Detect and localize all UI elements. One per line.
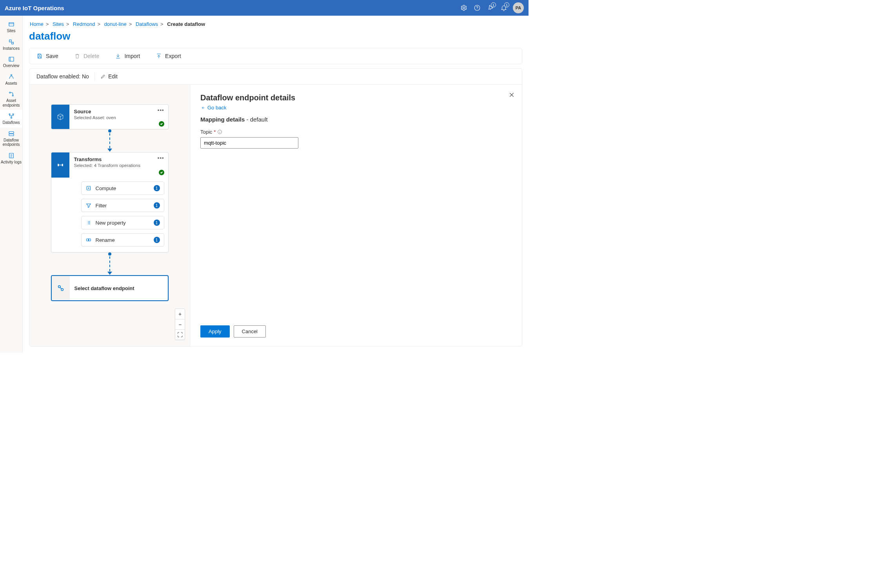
import-icon bbox=[115, 53, 121, 59]
svg-rect-4 bbox=[9, 40, 11, 42]
breadcrumb-donut-line[interactable]: donut-line bbox=[104, 21, 127, 27]
sidebar-item-label: Activity logs bbox=[1, 160, 22, 165]
zoom-out-button[interactable]: − bbox=[175, 319, 185, 329]
op-rename[interactable]: Rename 1 bbox=[81, 233, 164, 247]
op-new-property[interactable]: New property 1 bbox=[81, 216, 164, 229]
settings-icon[interactable] bbox=[457, 1, 470, 15]
notifications-badge: 1 bbox=[504, 2, 509, 7]
sidebar-item-overview[interactable]: Overview bbox=[0, 53, 22, 71]
svg-point-2 bbox=[477, 9, 478, 9]
details-panel: Dataflow endpoint details Go back Mappin… bbox=[190, 85, 522, 346]
compute-icon bbox=[85, 185, 92, 191]
op-label: Compute bbox=[96, 185, 150, 191]
export-label: Export bbox=[165, 53, 181, 59]
edit-label: Edit bbox=[108, 73, 118, 80]
left-sidebar: Sites Instances Overview Assets Asset en… bbox=[0, 16, 23, 353]
select-endpoint-node[interactable]: Select dataflow endpoint bbox=[51, 275, 169, 301]
notifications-icon[interactable]: 1 bbox=[497, 1, 510, 15]
help-icon[interactable] bbox=[470, 1, 484, 15]
main-content: Home> Sites> Redmond> donut-line> Datafl… bbox=[23, 16, 529, 353]
details-title: Dataflow endpoint details bbox=[200, 93, 512, 102]
transforms-node[interactable]: Transforms Selected: 4 Transform operati… bbox=[51, 152, 169, 252]
sidebar-item-sites[interactable]: Sites bbox=[0, 18, 22, 36]
breadcrumb-dataflows[interactable]: Dataflows bbox=[136, 21, 158, 27]
op-filter[interactable]: Filter 1 bbox=[81, 199, 164, 212]
save-button[interactable]: Save bbox=[34, 51, 61, 61]
content-card: Dataflow enabled: No Edit bbox=[29, 68, 522, 347]
app-title: Azure IoT Operations bbox=[5, 5, 64, 11]
svg-rect-5 bbox=[11, 42, 13, 44]
avatar[interactable]: PA bbox=[513, 2, 524, 13]
arrow-left-icon bbox=[200, 105, 205, 110]
check-icon bbox=[159, 121, 164, 127]
breadcrumb: Home> Sites> Redmond> donut-line> Datafl… bbox=[29, 16, 522, 30]
sidebar-item-instances[interactable]: Instances bbox=[0, 36, 22, 53]
breadcrumb-sites[interactable]: Sites bbox=[53, 21, 64, 27]
close-button[interactable] bbox=[509, 92, 515, 99]
svg-point-12 bbox=[11, 117, 12, 118]
breadcrumb-redmond[interactable]: Redmond bbox=[73, 21, 95, 27]
breadcrumb-current: Create dataflow bbox=[167, 21, 205, 27]
connector-arrow-icon bbox=[107, 252, 113, 275]
import-button[interactable]: Import bbox=[113, 51, 142, 61]
rename-icon bbox=[85, 237, 92, 243]
close-icon bbox=[509, 92, 515, 98]
sidebar-item-asset-endpoints[interactable]: Asset endpoints bbox=[0, 88, 22, 110]
sidebar-item-label: Dataflow endpoints bbox=[1, 138, 22, 147]
toolbar: Save Delete Import Export bbox=[29, 48, 522, 64]
svg-point-8 bbox=[9, 92, 10, 93]
connector-arrow-icon bbox=[107, 129, 113, 152]
go-back-link[interactable]: Go back bbox=[200, 105, 512, 111]
edit-button[interactable]: Edit bbox=[100, 73, 118, 80]
workspace: Source Selected Asset: oven ••• bbox=[29, 85, 522, 346]
svg-rect-16 bbox=[58, 164, 59, 166]
check-icon bbox=[159, 170, 164, 175]
endpoint-label: Select dataflow endpoint bbox=[70, 276, 168, 300]
required-indicator: * bbox=[214, 129, 216, 135]
delete-button: Delete bbox=[72, 51, 102, 61]
dataflow-canvas[interactable]: Source Selected Asset: oven ••• bbox=[29, 85, 190, 346]
sidebar-item-dataflow-endpoints[interactable]: Dataflow endpoints bbox=[0, 127, 22, 149]
sidebar-item-label: Instances bbox=[3, 46, 20, 51]
feedback-badge: 1 bbox=[491, 2, 496, 7]
sidebar-item-label: Dataflows bbox=[3, 120, 20, 125]
details-footer: Apply Cancel bbox=[200, 319, 512, 338]
transform-ops-list: Compute 1 Filter 1 New bbox=[51, 178, 168, 252]
sidebar-item-label: Assets bbox=[5, 81, 17, 86]
zoom-fit-button[interactable]: ⛶ bbox=[175, 329, 185, 339]
zoom-in-button[interactable]: + bbox=[175, 309, 185, 319]
export-icon bbox=[156, 53, 162, 59]
go-back-label: Go back bbox=[207, 105, 226, 111]
save-label: Save bbox=[46, 53, 58, 59]
svg-point-9 bbox=[12, 95, 13, 96]
transforms-node-more-icon[interactable]: ••• bbox=[158, 155, 164, 161]
sidebar-item-label: Overview bbox=[3, 64, 20, 68]
topic-input[interactable] bbox=[200, 137, 298, 149]
info-icon[interactable] bbox=[217, 129, 222, 134]
list-icon bbox=[85, 220, 92, 226]
import-label: Import bbox=[124, 53, 140, 59]
sidebar-item-activity-logs[interactable]: Activity logs bbox=[0, 149, 22, 167]
source-node[interactable]: Source Selected Asset: oven ••• bbox=[51, 104, 169, 129]
page-title: dataflow bbox=[29, 30, 522, 42]
svg-point-10 bbox=[9, 114, 10, 115]
sidebar-item-dataflows[interactable]: Dataflows bbox=[0, 110, 22, 127]
svg-rect-14 bbox=[9, 134, 14, 136]
svg-point-0 bbox=[463, 7, 465, 9]
svg-rect-17 bbox=[62, 164, 63, 166]
sidebar-item-assets[interactable]: Assets bbox=[0, 71, 22, 88]
source-node-sub: Selected Asset: oven bbox=[74, 115, 163, 120]
op-compute[interactable]: Compute 1 bbox=[81, 181, 164, 195]
svg-rect-13 bbox=[9, 131, 14, 133]
breadcrumb-home[interactable]: Home bbox=[30, 21, 44, 27]
cube-icon bbox=[51, 105, 69, 129]
cancel-button[interactable]: Cancel bbox=[234, 325, 266, 338]
op-label: Filter bbox=[96, 203, 150, 209]
source-node-more-icon[interactable]: ••• bbox=[158, 107, 164, 113]
apply-button[interactable]: Apply bbox=[200, 325, 230, 338]
op-count-badge: 1 bbox=[154, 185, 160, 191]
zoom-controls: + − ⛶ bbox=[175, 309, 185, 340]
export-button[interactable]: Export bbox=[153, 51, 183, 61]
transforms-node-sub: Selected: 4 Transform operations bbox=[74, 163, 163, 168]
feedback-icon[interactable]: 1 bbox=[484, 1, 497, 15]
